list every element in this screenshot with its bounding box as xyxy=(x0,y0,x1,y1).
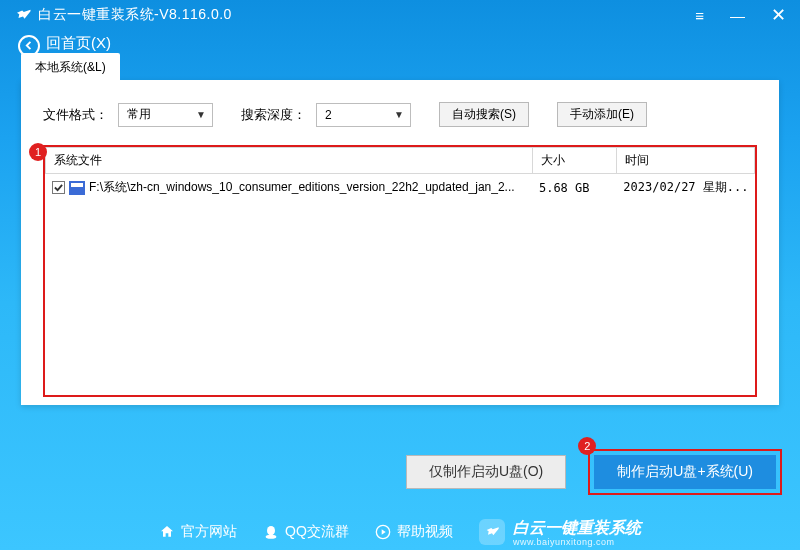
filter-row: 文件格式： 常用 ▼ 搜索深度： 2 ▼ 自动搜索(S) 手动添加(E) xyxy=(43,102,757,127)
step-badge-1: 1 xyxy=(29,143,47,161)
format-select-value: 常用 xyxy=(127,106,151,123)
app-title: 白云一键重装系统-V8.116.0.0 xyxy=(38,6,232,24)
app-logo-icon xyxy=(14,6,32,24)
caret-down-icon: ▼ xyxy=(394,109,404,120)
qq-group-label: QQ交流群 xyxy=(285,523,349,541)
depth-label: 搜索深度： xyxy=(241,106,306,124)
manual-add-button[interactable]: 手动添加(E) xyxy=(557,102,647,127)
svg-point-0 xyxy=(267,526,275,535)
menu-icon[interactable]: ≡ xyxy=(695,8,704,23)
col-header-file[interactable]: 系统文件 xyxy=(46,148,533,174)
official-site-link[interactable]: 官方网站 xyxy=(159,523,237,541)
tab-local-system[interactable]: 本地系统(&L) xyxy=(21,53,120,82)
step-badge-2: 2 xyxy=(578,437,596,455)
make-usb-only-button[interactable]: 仅制作启动U盘(O) xyxy=(406,455,566,489)
brand-subtext: www.baiyunxitong.com xyxy=(513,537,641,547)
auto-search-button[interactable]: 自动搜索(S) xyxy=(439,102,529,127)
depth-select-value: 2 xyxy=(325,108,332,122)
help-video-link[interactable]: 帮助视频 xyxy=(375,523,453,541)
footer-brand: 白云一键重装系统 www.baiyunxitong.com xyxy=(479,518,641,547)
row-size: 5.68 GB xyxy=(532,174,616,201)
format-select[interactable]: 常用 ▼ xyxy=(118,103,213,127)
close-icon[interactable]: ✕ xyxy=(771,6,786,24)
table-row[interactable]: F:\系统\zh-cn_windows_10_consumer_editions… xyxy=(46,174,755,201)
row-checkbox[interactable] xyxy=(52,181,65,194)
qq-icon xyxy=(263,524,279,540)
depth-select[interactable]: 2 ▼ xyxy=(316,103,411,127)
row-path: F:\系统\zh-cn_windows_10_consumer_editions… xyxy=(89,180,515,194)
help-video-label: 帮助视频 xyxy=(397,523,453,541)
format-label: 文件格式： xyxy=(43,106,108,124)
make-usb-system-button[interactable]: 制作启动U盘+系统(U) xyxy=(594,455,776,489)
play-icon xyxy=(375,524,391,540)
tabstrip: 本地系统(&L) xyxy=(21,53,120,82)
titlebar: 白云一键重装系统-V8.116.0.0 ≡ — ✕ xyxy=(0,0,800,28)
brand-text: 白云一键重装系统 xyxy=(513,518,641,539)
minimize-icon[interactable]: — xyxy=(730,8,745,23)
col-header-time[interactable]: 时间 xyxy=(617,148,755,174)
main-panel: 本地系统(&L) 文件格式： 常用 ▼ 搜索深度： 2 ▼ 自动搜索(S) 手动… xyxy=(21,80,779,405)
action-row: 仅制作启动U盘(O) 2 制作启动U盘+系统(U) xyxy=(406,449,782,495)
official-site-label: 官方网站 xyxy=(181,523,237,541)
qq-group-link[interactable]: QQ交流群 xyxy=(263,523,349,541)
primary-action-highlight: 2 制作启动U盘+系统(U) xyxy=(588,449,782,495)
file-table-wrap: 1 系统文件 大小 时间 F:\系统\zh-cn_wind xyxy=(43,145,757,397)
home-icon xyxy=(159,524,175,540)
svg-point-1 xyxy=(266,535,277,539)
row-time: 2023/02/27 星期... xyxy=(617,174,755,201)
back-row: 回首页(X) xyxy=(0,28,800,71)
file-table: 系统文件 大小 时间 F:\系统\zh-cn_windows_10_consum… xyxy=(45,147,755,395)
footer: 官方网站 QQ交流群 帮助视频 白云一键重装系统 www.baiyunxiton… xyxy=(0,514,800,550)
window-controls: ≡ — ✕ xyxy=(695,6,786,24)
caret-down-icon: ▼ xyxy=(196,109,206,120)
brand-bird-icon xyxy=(479,519,505,545)
col-header-size[interactable]: 大小 xyxy=(532,148,616,174)
iso-file-icon xyxy=(69,181,85,195)
